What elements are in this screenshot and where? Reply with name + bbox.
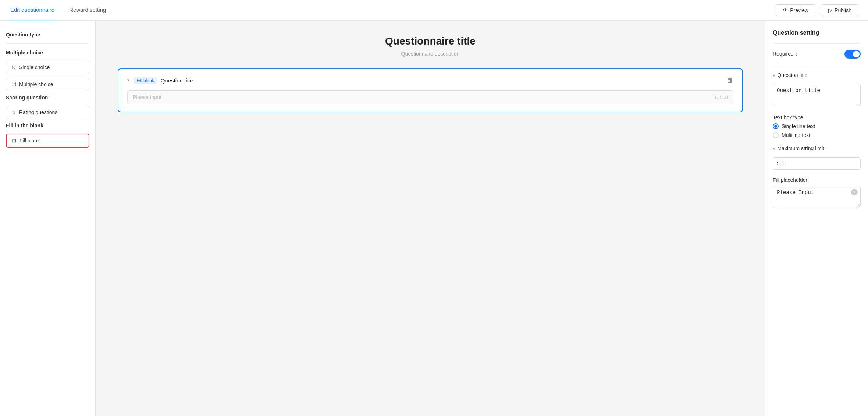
publish-arrow-icon: ▷: [828, 7, 832, 13]
question-type-title: Question type: [6, 32, 89, 38]
layout: Question type Multiple choice ⊙ Single c…: [0, 21, 868, 416]
question-input-area[interactable]: Please Input 0 / 500: [127, 90, 733, 104]
tab-reward-setting[interactable]: Reward setting: [68, 0, 107, 20]
text-box-radio-group: Single line text Multiline text: [773, 123, 861, 138]
fill-blank-badge: Fill blank: [134, 77, 157, 84]
required-asterisk-max: *: [773, 147, 775, 153]
rating-icon: ☆: [11, 109, 16, 116]
scoring-section-label: Scoring question: [6, 95, 89, 101]
max-string-field: * Maximum string limit: [773, 145, 861, 170]
max-string-label-row: * Maximum string limit: [773, 145, 861, 154]
radio-single-line-circle: [773, 123, 779, 129]
required-toggle[interactable]: [844, 50, 861, 59]
multiple-choice-icon: ☑: [11, 81, 16, 88]
eye-icon: 👁: [783, 7, 788, 13]
fill-placeholder-label: Fill placeholder: [773, 177, 861, 183]
publish-button[interactable]: ▷ Publish: [821, 4, 859, 16]
sidebar-item-multiple-choice[interactable]: ☑ Multiple choice: [6, 78, 89, 91]
max-string-input[interactable]: [773, 157, 861, 170]
fill-section-label: Fill in the blank: [6, 123, 89, 128]
fill-placeholder-field: Fill placeholder ×: [773, 177, 861, 209]
required-star: *: [127, 78, 129, 84]
text-box-type-label: Text box type: [773, 114, 861, 120]
question-header: * Fill blank Question title 🗑: [127, 77, 733, 84]
questionnaire-title: Questionnaire title: [118, 35, 743, 47]
delete-icon: 🗑: [727, 77, 733, 84]
panel-title: Question setting: [773, 29, 861, 36]
radio-multiline[interactable]: Multiline text: [773, 132, 861, 138]
clear-placeholder-button[interactable]: ×: [851, 189, 858, 195]
main-canvas: Questionnaire title Questionnaire descri…: [96, 21, 765, 416]
fill-placeholder-input[interactable]: [773, 186, 861, 208]
sidebar-item-rating[interactable]: ☆ Rating questions: [6, 106, 89, 119]
sidebar: Question type Multiple choice ⊙ Single c…: [0, 21, 96, 416]
clear-icon: ×: [853, 190, 855, 194]
radio-single-line[interactable]: Single line text: [773, 123, 861, 129]
header: Edit questionnaire Reward setting 👁 Prev…: [0, 0, 868, 21]
fill-placeholder-input-wrap: ×: [773, 186, 861, 209]
max-string-label: Maximum string limit: [777, 145, 824, 151]
question-card: * Fill blank Question title 🗑 Please Inp…: [118, 68, 743, 112]
input-counter: 0 / 500: [713, 95, 728, 100]
question-title-input[interactable]: [773, 84, 861, 106]
delete-question-button[interactable]: 🗑: [727, 77, 733, 84]
radio-single-line-label: Single line text: [782, 123, 815, 129]
sidebar-item-fill-blank[interactable]: ⊡ Fill blank: [6, 134, 89, 148]
question-header-left: * Fill blank Question title: [127, 77, 193, 84]
question-title-field: * Question title: [773, 72, 861, 107]
question-title-label-row: * Question title: [773, 72, 861, 81]
required-setting-row: Required：: [773, 50, 861, 59]
header-tabs: Edit questionnaire Reward setting: [9, 0, 107, 20]
radio-multiline-circle: [773, 132, 779, 138]
question-title-label: Question title: [777, 72, 807, 78]
question-title-display: Question title: [161, 77, 193, 84]
input-placeholder-text: Please Input: [133, 94, 161, 100]
required-asterisk-title: *: [773, 74, 775, 80]
questionnaire-description: Questionnaire description: [118, 51, 743, 57]
fill-blank-icon: ⊡: [12, 137, 17, 144]
required-label: Required：: [773, 51, 799, 57]
single-choice-icon: ⊙: [11, 64, 16, 71]
right-panel: Question setting Required： * Question ti…: [765, 21, 868, 416]
text-box-type-field: Text box type Single line text Multiline…: [773, 114, 861, 138]
tab-edit-questionnaire[interactable]: Edit questionnaire: [9, 0, 56, 20]
header-actions: 👁 Preview ▷ Publish: [775, 4, 859, 16]
sidebar-item-single-choice[interactable]: ⊙ Single choice: [6, 61, 89, 74]
multiple-choice-section-label: Multiple choice: [6, 50, 89, 56]
preview-button[interactable]: 👁 Preview: [775, 4, 816, 16]
radio-multiline-label: Multiline text: [782, 132, 810, 138]
